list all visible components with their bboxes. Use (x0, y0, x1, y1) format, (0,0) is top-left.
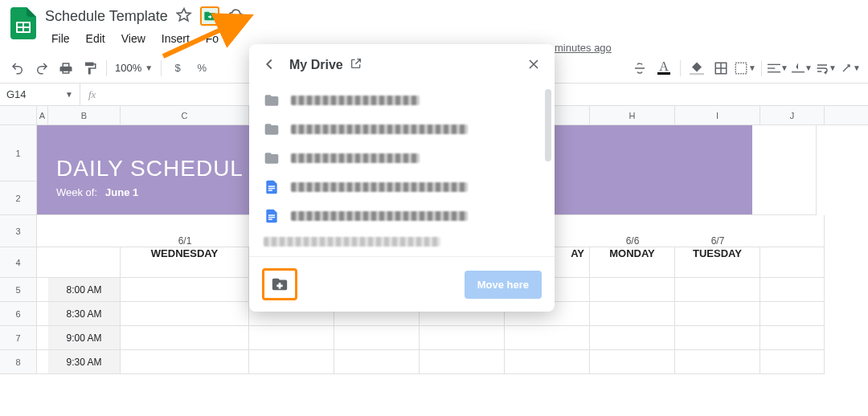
folder-list[interactable] (249, 83, 555, 256)
open-in-new-icon[interactable] (350, 57, 362, 73)
col-header[interactable]: C (121, 106, 249, 124)
paint-format-icon[interactable] (79, 57, 101, 80)
svg-rect-4 (24, 28, 29, 31)
list-item[interactable] (249, 144, 555, 173)
last-edit-link[interactable]: minutes ago (555, 42, 612, 54)
list-item[interactable] (249, 86, 555, 115)
star-icon[interactable] (176, 7, 192, 26)
col-header[interactable]: A (37, 106, 48, 124)
svg-rect-11 (792, 71, 805, 72)
percent-format-icon[interactable]: % (190, 57, 213, 80)
new-folder-button[interactable] (262, 268, 297, 300)
day-label: MONDAY (609, 247, 655, 259)
col-header[interactable]: I (675, 106, 760, 124)
col-header[interactable]: J (760, 106, 825, 124)
row-header[interactable]: 1 (0, 125, 37, 181)
day-label: WEDNESDAY (151, 247, 218, 259)
row-header[interactable]: 6 (0, 302, 37, 326)
svg-rect-9 (768, 67, 775, 68)
redo-icon[interactable] (31, 57, 53, 80)
date-label: 6/6 (626, 235, 640, 247)
move-here-button[interactable]: Move here (465, 271, 542, 299)
svg-rect-8 (768, 63, 780, 64)
time-cell: 8:30 AM (48, 302, 121, 326)
svg-rect-14 (268, 188, 275, 190)
col-header[interactable]: H (590, 106, 675, 124)
popover-title: My Drive (289, 57, 362, 73)
banner-week-label: Week of:June 1 (56, 186, 138, 198)
list-item[interactable] (249, 230, 555, 253)
row-header[interactable]: 2 (0, 181, 37, 215)
scrollbar-thumb[interactable] (545, 89, 551, 161)
list-item[interactable] (249, 202, 555, 230)
banner-title: DAILY SCHEDUL (56, 156, 244, 181)
rotate-icon[interactable]: ▼ (839, 57, 862, 80)
borders-icon[interactable] (710, 57, 732, 80)
doc-title[interactable]: Schedule Template (45, 8, 168, 25)
svg-rect-1 (18, 23, 23, 27)
svg-rect-2 (24, 23, 29, 27)
menu-edit[interactable]: Edit (80, 29, 112, 48)
currency-format-icon[interactable]: $ (166, 57, 189, 80)
list-item[interactable] (249, 115, 555, 144)
col-header[interactable]: B (48, 106, 121, 124)
merge-cells-icon[interactable]: ▼ (734, 57, 756, 80)
text-color-icon[interactable]: A (653, 57, 675, 80)
svg-rect-17 (268, 217, 275, 218)
time-cell: 9:00 AM (48, 326, 121, 350)
v-align-icon[interactable]: ▼ (791, 57, 813, 80)
svg-rect-10 (768, 71, 780, 72)
row-header[interactable]: 7 (0, 326, 37, 350)
cloud-status-icon[interactable] (227, 7, 244, 26)
separator (761, 60, 762, 76)
svg-rect-20 (276, 284, 282, 287)
time-cell: 9:30 AM (48, 350, 121, 374)
sheets-logo[interactable] (6, 6, 40, 40)
wrap-icon[interactable]: ▼ (815, 57, 837, 80)
separator (161, 60, 162, 76)
fx-icon: fx (80, 88, 104, 101)
row-header[interactable]: 8 (0, 350, 37, 374)
list-item[interactable] (249, 173, 555, 202)
row-header[interactable]: 4 (0, 247, 37, 278)
back-icon[interactable] (260, 55, 280, 75)
name-box[interactable]: G14▼ (0, 84, 80, 105)
date-label: 6/7 (711, 235, 725, 247)
fill-color-icon[interactable] (686, 57, 708, 80)
separator (680, 60, 681, 76)
undo-icon[interactable] (6, 57, 29, 80)
date-label: 6/1 (178, 235, 192, 247)
day-label: TUESDAY (693, 247, 742, 259)
svg-rect-3 (18, 28, 23, 31)
menu-insert[interactable]: Insert (155, 29, 196, 48)
move-to-folder-icon[interactable] (200, 6, 219, 26)
svg-rect-5 (690, 73, 704, 75)
svg-rect-15 (268, 190, 272, 191)
svg-rect-16 (268, 214, 275, 216)
menu-format[interactable]: Fo (199, 29, 225, 48)
move-file-popover: My Drive Move here (249, 44, 555, 312)
svg-rect-7 (735, 63, 747, 74)
menu-view[interactable]: View (115, 29, 152, 48)
close-icon[interactable] (526, 56, 543, 74)
menu-file[interactable]: File (45, 29, 76, 48)
h-align-icon[interactable]: ▼ (767, 57, 789, 80)
row-header[interactable]: 3 (0, 215, 37, 247)
strikethrough-icon[interactable] (628, 57, 651, 80)
zoom-select[interactable]: 100%▼ (112, 62, 156, 74)
row-header[interactable]: 5 (0, 278, 37, 302)
svg-rect-18 (268, 218, 272, 220)
print-icon[interactable] (55, 57, 77, 80)
svg-rect-13 (268, 186, 275, 187)
select-all-corner[interactable] (0, 106, 37, 124)
time-cell: 8:00 AM (48, 278, 121, 302)
separator (106, 60, 107, 76)
